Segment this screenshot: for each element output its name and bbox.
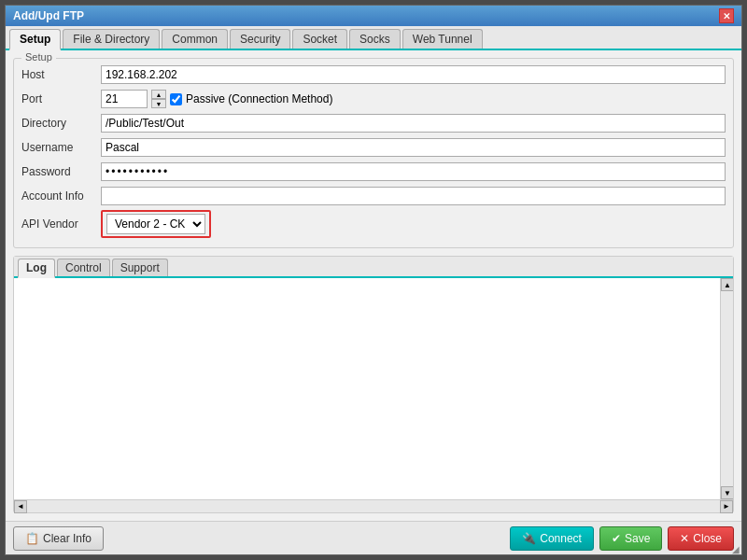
- passive-checkbox[interactable]: [170, 93, 182, 105]
- password-input[interactable]: [101, 162, 726, 181]
- passive-label: Passive (Connection Method): [170, 92, 332, 105]
- connect-icon: 🔌: [522, 532, 536, 545]
- username-label: Username: [21, 141, 101, 154]
- tab-socket[interactable]: Socket: [292, 29, 347, 49]
- api-vendor-row: API Vendor Vendor 1 Vendor 2 - CK Vendor…: [21, 210, 726, 238]
- title-bar: Add/Upd FTP ✕: [6, 6, 741, 26]
- log-tab-bar: Log Control Support: [14, 257, 733, 278]
- port-up-btn[interactable]: ▲: [151, 90, 166, 99]
- setup-section-label: Setup: [21, 51, 56, 63]
- password-row: Password: [21, 161, 726, 182]
- host-label: Host: [21, 68, 101, 81]
- tab-control[interactable]: Control: [57, 259, 110, 276]
- api-vendor-select[interactable]: Vendor 1 Vendor 2 - CK Vendor 3: [106, 214, 205, 234]
- tab-common[interactable]: Common: [162, 29, 228, 49]
- bottom-bar: 📋 Clear Info 🔌 Connect ✔ Save ✕ Close: [6, 521, 741, 554]
- window-title: Add/Upd FTP: [13, 9, 84, 22]
- scroll-right-btn[interactable]: ►: [720, 500, 733, 513]
- host-input[interactable]: [101, 65, 726, 84]
- api-vendor-label: API Vendor: [21, 217, 101, 231]
- main-window: Add/Upd FTP ✕ Setup File & Directory Com…: [5, 5, 742, 555]
- tab-web-tunnel[interactable]: Web Tunnel: [402, 29, 483, 49]
- port-down-btn[interactable]: ▼: [151, 99, 166, 108]
- username-row: Username: [21, 137, 726, 158]
- save-icon: ✔: [612, 532, 621, 545]
- log-content: ▲ ▼: [14, 278, 733, 499]
- api-vendor-highlight: Vendor 1 Vendor 2 - CK Vendor 3: [101, 210, 211, 238]
- connect-label: Connect: [540, 532, 582, 545]
- clear-label: Clear Info: [43, 532, 92, 545]
- port-spinner[interactable]: ▲ ▼: [151, 90, 166, 108]
- scroll-left-btn[interactable]: ◄: [14, 500, 27, 513]
- setup-group: Setup Host Port ▲ ▼ Passive (Connect: [13, 58, 734, 248]
- account-info-row: Account Info: [21, 186, 726, 206]
- save-label: Save: [625, 532, 650, 545]
- passive-text: Passive (Connection Method): [186, 92, 332, 105]
- scroll-down-btn[interactable]: ▼: [721, 486, 733, 499]
- account-info-label: Account Info: [21, 189, 101, 203]
- directory-label: Directory: [21, 117, 101, 130]
- main-tab-bar: Setup File & Directory Common Security S…: [6, 26, 741, 50]
- horizontal-scrollbar[interactable]: ◄ ►: [14, 499, 733, 512]
- content-area: Setup Host Port ▲ ▼ Passive (Connect: [6, 50, 741, 521]
- vertical-scrollbar[interactable]: ▲ ▼: [720, 278, 733, 499]
- log-text: [14, 278, 720, 499]
- window-close-button[interactable]: ✕: [719, 8, 734, 23]
- directory-row: Directory: [21, 113, 726, 133]
- close-button[interactable]: ✕ Close: [668, 526, 734, 551]
- directory-input[interactable]: [101, 114, 726, 133]
- username-input[interactable]: [101, 138, 726, 157]
- tab-socks[interactable]: Socks: [349, 29, 401, 49]
- port-group: ▲ ▼ Passive (Connection Method): [101, 90, 332, 108]
- scroll-v-track[interactable]: [721, 291, 733, 486]
- account-info-input[interactable]: [101, 187, 726, 205]
- tab-security[interactable]: Security: [230, 29, 290, 49]
- port-label: Port: [21, 92, 101, 105]
- tab-support[interactable]: Support: [112, 259, 168, 276]
- port-input[interactable]: [101, 90, 148, 108]
- save-button[interactable]: ✔ Save: [599, 526, 662, 551]
- clear-button[interactable]: 📋 Clear Info: [13, 526, 104, 551]
- password-label: Password: [21, 165, 101, 178]
- tab-file-directory[interactable]: File & Directory: [63, 29, 160, 49]
- host-row: Host: [21, 64, 726, 85]
- tab-log[interactable]: Log: [18, 259, 55, 278]
- clear-icon: 📋: [25, 532, 39, 545]
- port-row: Port ▲ ▼ Passive (Connection Method): [21, 89, 726, 109]
- close-icon: ✕: [680, 532, 689, 545]
- action-buttons: 🔌 Connect ✔ Save ✕ Close: [510, 526, 734, 551]
- connect-button[interactable]: 🔌 Connect: [510, 526, 594, 551]
- resize-handle[interactable]: ◢: [730, 543, 741, 554]
- log-section: Log Control Support ▲ ▼ ◄ ►: [13, 256, 734, 513]
- scroll-up-btn[interactable]: ▲: [721, 278, 733, 291]
- close-label: Close: [693, 532, 722, 545]
- tab-setup[interactable]: Setup: [9, 29, 61, 50]
